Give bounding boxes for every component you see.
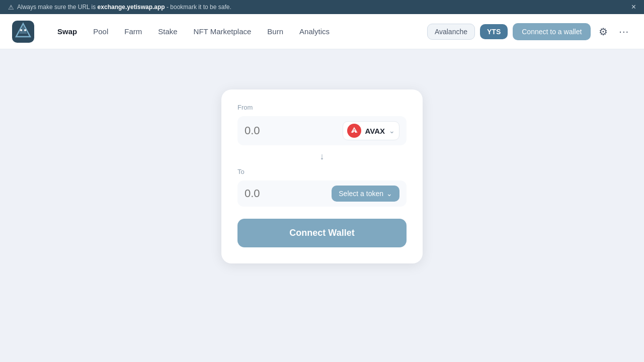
nav-item-stake[interactable]: Stake [151, 23, 184, 40]
select-token-chevron-icon: ⌄ [386, 190, 392, 198]
warning-banner: ⚠ Always make sure the URL is exchange.y… [0, 0, 644, 14]
svg-point-4 [24, 29, 26, 31]
nav-item-analytics[interactable]: Analytics [292, 23, 337, 40]
more-options-button[interactable]: ··· [616, 23, 632, 40]
swap-card: From AVAX ⌄ ↓ To [221, 89, 423, 263]
settings-button[interactable]: ⚙ [596, 23, 611, 41]
header: Swap Pool Farm Stake NFT Marketplace Bur… [0, 14, 644, 49]
from-token-row: AVAX ⌄ [237, 116, 407, 145]
nav-item-swap[interactable]: Swap [50, 23, 84, 40]
nav-links: Swap Pool Farm Stake NFT Marketplace Bur… [50, 23, 427, 40]
to-label: To [237, 168, 407, 175]
swap-arrow-container: ↓ [237, 145, 407, 168]
banner-close-button[interactable]: × [631, 3, 636, 11]
settings-icon: ⚙ [599, 26, 608, 37]
header-connect-wallet-button[interactable]: Connect to a wallet [513, 23, 591, 40]
select-token-button[interactable]: Select a token ⌄ [332, 186, 399, 202]
main-content: From AVAX ⌄ ↓ To [0, 49, 644, 362]
avax-icon [347, 124, 361, 138]
header-right: Avalanche YTS Connect to a wallet ⚙ ··· [427, 23, 632, 41]
logo-icon [12, 21, 34, 43]
to-token-row: Select a token ⌄ [237, 180, 407, 207]
to-amount-input[interactable] [245, 187, 315, 200]
yts-button[interactable]: YTS [480, 24, 508, 39]
nav-item-farm[interactable]: Farm [117, 23, 149, 40]
select-token-label: Select a token [339, 190, 383, 198]
swap-direction-arrow-icon: ↓ [320, 151, 325, 162]
avalanche-network-button[interactable]: Avalanche [427, 24, 475, 40]
svg-point-3 [20, 29, 22, 31]
to-section: To Select a token ⌄ [237, 168, 407, 207]
svg-point-5 [347, 124, 361, 138]
nav-item-burn[interactable]: Burn [260, 23, 290, 40]
connect-wallet-large-button[interactable]: Connect Wallet [237, 219, 407, 247]
from-token-chevron-icon: ⌄ [389, 127, 395, 135]
from-token-selector[interactable]: AVAX ⌄ [343, 121, 399, 140]
nav-item-nft-marketplace[interactable]: NFT Marketplace [187, 23, 259, 40]
from-token-name: AVAX [365, 127, 385, 135]
more-icon: ··· [619, 26, 629, 37]
nav-item-pool[interactable]: Pool [86, 23, 115, 40]
warning-text: Always make sure the URL is exchange.yet… [17, 4, 231, 11]
warning-icon: ⚠ [8, 4, 14, 11]
from-amount-input[interactable] [245, 124, 315, 137]
logo-area [12, 21, 34, 43]
from-label: From [237, 104, 407, 111]
from-section: From AVAX ⌄ [237, 104, 407, 145]
